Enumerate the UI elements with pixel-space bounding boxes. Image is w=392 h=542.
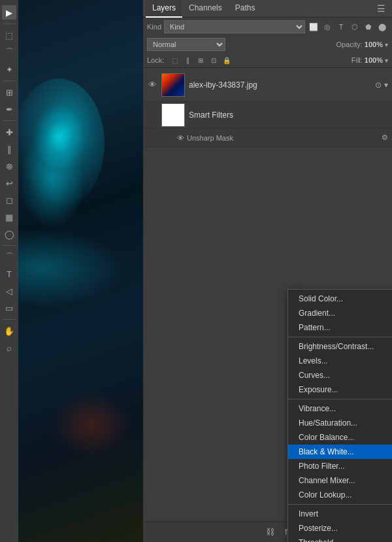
tool-eyedropper[interactable]: ✒ [2,102,16,116]
filter-pixel-icon[interactable]: ⬜ [308,21,319,33]
bottom-link-icon[interactable]: ⛓ [263,525,277,539]
unsharp-label: Unsharp Mask [187,134,233,142]
menu-separator-2 [288,399,392,399]
lock-checkerboard-icon[interactable]: ⬚ [169,55,180,65]
tool-rectangle[interactable]: ▭ [2,301,16,315]
menu-item-invert[interactable]: Invert [288,507,392,521]
filter-adjustment-icon[interactable]: ◎ [321,21,333,33]
filter-select[interactable]: Kind [164,20,305,33]
tool-crop[interactable]: ⊞ [2,85,16,99]
blend-row: Normal Opacity: 100% ▾ [143,36,392,53]
menu-item-pattern[interactable]: Pattern... [288,320,392,335]
tool-type[interactable]: T [2,267,16,281]
tool-separator-4 [3,245,15,246]
tool-quick-select[interactable]: ✦ [2,62,16,76]
toolbar-left: ▶ ⬚ ⌒ ✦ ⊞ ✒ ✚ ∥ ⊗ ↩ ◻ ▦ ◯ ⌒ T ◁ ▭ ✋ ⌕ [0,0,18,542]
menu-item-hue-saturation[interactable]: Hue/Saturation... [288,416,392,430]
filter-row: Kind Kind ⬜ ◎ T ⬡ ⬟ ⬤ [143,18,392,36]
menu-item-color-balance[interactable]: Color Balance... [288,430,392,445]
context-menu: Solid Color... Gradient... Pattern... Br… [287,289,392,542]
fill-label: Fill: [351,56,363,64]
menu-item-levels[interactable]: Levels... [288,354,392,368]
layer-expand-icon[interactable]: ▾ [384,80,388,90]
lock-row: Lock: ⬚ ∥ ⊞ ⊡ 🔒 Fill: 100% ▾ [143,53,392,68]
tool-history-brush[interactable]: ↩ [2,176,16,190]
fill-arrow[interactable]: ▾ [385,57,388,64]
opacity-label: Opacity: [336,41,363,48]
tool-separator-2 [3,80,15,81]
tool-pen[interactable]: ⌒ [2,250,16,264]
filter-icons: ⬜ ◎ T ⬡ ⬟ ⬤ [308,21,388,33]
opacity-value: 100% [365,41,383,48]
tool-path-select[interactable]: ◁ [2,284,16,298]
menu-separator-1 [288,337,392,337]
photo-background [0,0,144,542]
menu-item-black-white[interactable]: Black & White... [288,445,392,459]
menu-item-color-lookup[interactable]: Color Lookup... [288,488,392,502]
tool-brush[interactable]: ∥ [2,142,16,156]
tool-dodge[interactable]: ◯ [2,227,16,241]
tab-channels[interactable]: Channels [182,0,229,18]
layer-thumb-main [161,73,185,97]
tool-clone-stamp[interactable]: ⊗ [2,159,16,173]
lock-brush-icon[interactable]: ∥ [182,55,193,65]
layer-item-main[interactable]: 👁 alex-iby-343837.jpg ⊙ ▾ [143,68,392,102]
menu-item-channel-mixer[interactable]: Channel Mixer... [288,473,392,488]
unsharp-row[interactable]: 👁 Unsharp Mask ⚙ [143,128,392,146]
filter-all-icon[interactable]: ⬤ [376,21,388,33]
fill-value: 100% [365,56,383,64]
blend-mode-select[interactable]: Normal [147,38,225,51]
menu-separator-3 [288,504,392,505]
lock-artboard-icon[interactable]: ⊡ [208,55,219,65]
tool-separator-3 [3,120,15,121]
opacity-row: Opacity: 100% ▾ [336,41,389,48]
smart-filter-header[interactable]: Smart Filters [143,102,392,128]
layer-badge-icon: ⊙ [375,80,382,90]
lock-label: Lock: [147,56,164,64]
menu-item-vibrance[interactable]: Vibrance... [288,401,392,416]
layer-info-main: alex-iby-343837.jpg [189,80,371,90]
tool-separator-5 [3,319,15,320]
panel-menu-icon[interactable]: ☰ [373,3,389,14]
layer-badge-main: ⊙ ▾ [375,80,388,90]
filter-smart-icon[interactable]: ⬟ [363,21,374,33]
filter-type-icon[interactable]: T [335,21,347,33]
photo-highlight-3 [52,392,131,458]
opacity-arrow[interactable]: ▾ [385,41,388,48]
menu-item-threshold[interactable]: Threshold... [288,535,392,542]
layer-thumb-image [162,74,184,96]
menu-item-brightness-contrast[interactable]: Brightness/Contrast... [288,339,392,354]
tool-gradient[interactable]: ▦ [2,210,16,224]
smart-filter-label: Smart Filters [189,110,233,120]
tool-zoom[interactable]: ⌕ [2,341,16,355]
tool-hand[interactable]: ✋ [2,324,16,338]
unsharp-visibility-icon[interactable]: 👁 [177,134,184,142]
photo-highlight-1 [33,105,85,170]
fill-row: Fill: 100% ▾ [351,56,388,64]
tool-healing[interactable]: ✚ [2,125,16,139]
tool-move[interactable]: ▶ [2,5,16,20]
unsharp-settings-icon[interactable]: ⚙ [382,133,388,142]
tool-eraser[interactable]: ◻ [2,193,16,207]
menu-item-solid-color[interactable]: Solid Color... [288,292,392,306]
panel-tabs: Layers Channels Paths ☰ [143,0,392,18]
photo-highlight-2 [7,229,124,307]
filter-label: Kind [147,23,161,31]
smart-filter-container: Smart Filters 👁 Unsharp Mask ⚙ [143,102,392,147]
menu-item-exposure[interactable]: Exposure... [288,382,392,397]
tool-lasso[interactable]: ⌒ [2,45,16,59]
lock-icons: ⬚ ∥ ⊞ ⊡ 🔒 [169,55,232,65]
filter-shape-icon[interactable]: ⬡ [349,21,361,33]
smart-filter-thumb [161,103,185,127]
menu-item-posterize[interactable]: Posterize... [288,521,392,535]
menu-item-curves[interactable]: Curves... [288,368,392,382]
menu-item-photo-filter[interactable]: Photo Filter... [288,459,392,473]
lock-all-icon[interactable]: 🔒 [221,55,232,65]
layer-visibility-main[interactable]: 👁 [147,80,157,90]
lock-transform-icon[interactable]: ⊞ [195,55,206,65]
tool-rectangle-select[interactable]: ⬚ [2,28,16,42]
menu-item-gradient[interactable]: Gradient... [288,306,392,320]
tab-paths[interactable]: Paths [229,0,262,18]
tab-layers[interactable]: Layers [146,0,182,18]
layer-name-main: alex-iby-343837.jpg [189,80,371,90]
